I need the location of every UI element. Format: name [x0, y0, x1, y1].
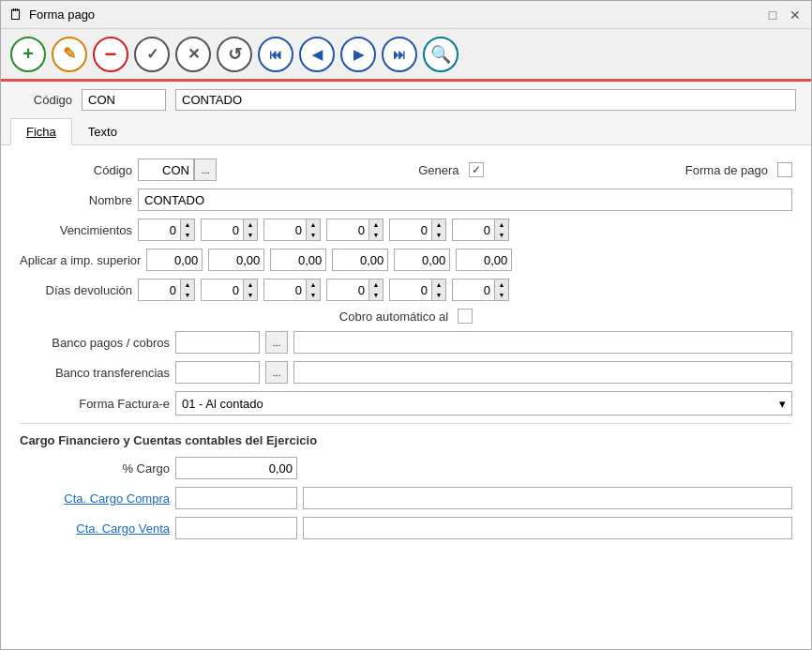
venc-input-1[interactable]: [201, 219, 244, 241]
nombre-label: Nombre: [20, 193, 132, 207]
prev-button[interactable]: ◀: [299, 37, 335, 72]
banco-trans-label: Banco transferencias: [20, 366, 170, 380]
venc-up-0[interactable]: ▲: [181, 219, 194, 230]
aplicar-input-4[interactable]: [394, 249, 450, 271]
venc-dn-2[interactable]: ▼: [307, 230, 320, 240]
venc-2: ▲▼: [263, 219, 321, 241]
codigo-browse-button[interactable]: ...: [194, 159, 217, 181]
banco-trans-browse-button[interactable]: ...: [265, 361, 288, 384]
dias-input-5[interactable]: [452, 279, 495, 301]
toolbar: + ✎ − ✓ ✕ ↺ ⏮ ◀ ▶ ⏭ 🔍: [1, 29, 811, 82]
dias-dn-1[interactable]: ▼: [244, 290, 257, 300]
venc-1: ▲▼: [201, 219, 258, 241]
row-aplicar: Aplicar a imp. superior: [20, 249, 792, 271]
forma-factura-select[interactable]: 01 - Al contado ▾: [175, 391, 792, 416]
venc-input-0[interactable]: [138, 219, 181, 241]
dias-up-3[interactable]: ▲: [369, 280, 383, 290]
cancel-button[interactable]: ✕: [175, 37, 211, 72]
banco-pagos-code-input[interactable]: [175, 331, 260, 354]
genera-label: Genera: [418, 163, 459, 177]
aplicar-input-2[interactable]: [270, 249, 326, 271]
venc-dn-3[interactable]: ▼: [369, 230, 383, 240]
dias-input-2[interactable]: [263, 279, 307, 301]
cta-cargo-venta-link[interactable]: Cta. Cargo Venta: [20, 522, 170, 536]
venc-dn-0[interactable]: ▼: [181, 230, 194, 240]
title-bar-right: □ ✕: [764, 7, 804, 23]
dias-5: ▲▼: [452, 279, 509, 301]
forma-factura-chevron-icon: ▾: [779, 397, 786, 411]
dias-dn-4[interactable]: ▼: [432, 290, 445, 300]
edit-button[interactable]: ✎: [52, 37, 87, 72]
dias-dn-5[interactable]: ▼: [495, 290, 508, 300]
codigo-input[interactable]: CON: [138, 159, 194, 181]
header-nombre-input[interactable]: CONTADO: [175, 89, 796, 111]
banco-pagos-label: Banco pagos / cobros: [20, 336, 170, 350]
venc-input-4[interactable]: [389, 219, 432, 241]
venc-input-5[interactable]: [452, 219, 495, 241]
confirm-button[interactable]: ✓: [134, 37, 170, 72]
dias-up-2[interactable]: ▲: [307, 280, 320, 290]
nombre-input[interactable]: CONTADO: [138, 189, 792, 211]
cta-venta-code-input[interactable]: [175, 517, 297, 539]
venc-5: ▲▼: [452, 219, 509, 241]
forma-pago-checkbox[interactable]: [777, 162, 792, 177]
venc-up-1[interactable]: ▲: [244, 219, 257, 230]
aplicar-label: Aplicar a imp. superior: [20, 253, 141, 267]
dias-input-0[interactable]: [138, 279, 181, 301]
vencimientos-label: Vencimientos: [20, 223, 132, 237]
dias-4: ▲▼: [389, 279, 446, 301]
dias-up-4[interactable]: ▲: [432, 280, 445, 290]
banco-trans-name-input[interactable]: [293, 361, 792, 384]
refresh-button[interactable]: ↺: [217, 37, 252, 72]
genera-checkbox[interactable]: [469, 162, 484, 177]
banco-trans-code-input[interactable]: [175, 361, 260, 384]
dias-input-4[interactable]: [389, 279, 432, 301]
dias-input-3[interactable]: [326, 279, 369, 301]
cta-cargo-compra-link[interactable]: Cta. Cargo Compra: [20, 491, 170, 506]
venc-input-3[interactable]: [326, 219, 369, 241]
dias-dn-0[interactable]: ▼: [181, 290, 194, 300]
venc-up-5[interactable]: ▲: [495, 219, 508, 230]
banco-pagos-name-input[interactable]: [293, 331, 792, 354]
close-button[interactable]: ✕: [787, 7, 804, 23]
window-icon: 🗒: [8, 7, 23, 23]
dias-up-1[interactable]: ▲: [244, 280, 257, 290]
tab-ficha[interactable]: Ficha: [10, 118, 72, 145]
aplicar-input-5[interactable]: [456, 249, 512, 271]
last-button[interactable]: ⏭: [382, 37, 417, 72]
aplicar-input-1[interactable]: [208, 249, 264, 271]
cta-compra-name-input[interactable]: [303, 487, 792, 509]
first-button[interactable]: ⏮: [258, 37, 293, 72]
cobro-checkbox[interactable]: [458, 309, 473, 324]
cta-venta-name-input[interactable]: [303, 517, 792, 539]
venc-up-3[interactable]: ▲: [369, 219, 383, 230]
venc-input-2[interactable]: [263, 219, 307, 241]
dias-up-0[interactable]: ▲: [181, 280, 194, 290]
search-button[interactable]: 🔍: [423, 37, 459, 72]
delete-button[interactable]: −: [93, 37, 128, 72]
venc-dn-1[interactable]: ▼: [244, 230, 257, 240]
aplicar-input-0[interactable]: [146, 249, 203, 271]
header-codigo-input[interactable]: CON: [82, 89, 166, 111]
header-row: Código CON CONTADO: [1, 82, 811, 118]
add-button[interactable]: +: [10, 37, 46, 72]
dias-up-5[interactable]: ▲: [495, 280, 508, 290]
banco-pagos-browse-button[interactable]: ...: [265, 331, 288, 354]
row-codigo: Código CON ... Genera Forma de pago: [20, 159, 792, 181]
tab-texto[interactable]: Texto: [72, 118, 133, 145]
dias-dn-3[interactable]: ▼: [369, 290, 383, 300]
venc-up-4[interactable]: ▲: [432, 219, 445, 230]
dias-label: Días devolución: [20, 283, 132, 297]
cta-compra-code-input[interactable]: [175, 487, 297, 509]
row-vencimientos: Vencimientos ▲▼ ▲▼ ▲▼ ▲▼ ▲▼: [20, 219, 792, 241]
next-button[interactable]: ▶: [340, 37, 376, 72]
venc-dn-4[interactable]: ▼: [432, 230, 445, 240]
pct-cargo-input[interactable]: [175, 457, 297, 479]
minimize-button[interactable]: □: [764, 7, 781, 23]
aplicar-input-3[interactable]: [332, 249, 388, 271]
venc-dn-5[interactable]: ▼: [495, 230, 508, 240]
row-nombre: Nombre CONTADO: [20, 189, 792, 211]
dias-input-1[interactable]: [201, 279, 244, 301]
dias-dn-2[interactable]: ▼: [307, 290, 320, 300]
venc-up-2[interactable]: ▲: [307, 219, 320, 230]
